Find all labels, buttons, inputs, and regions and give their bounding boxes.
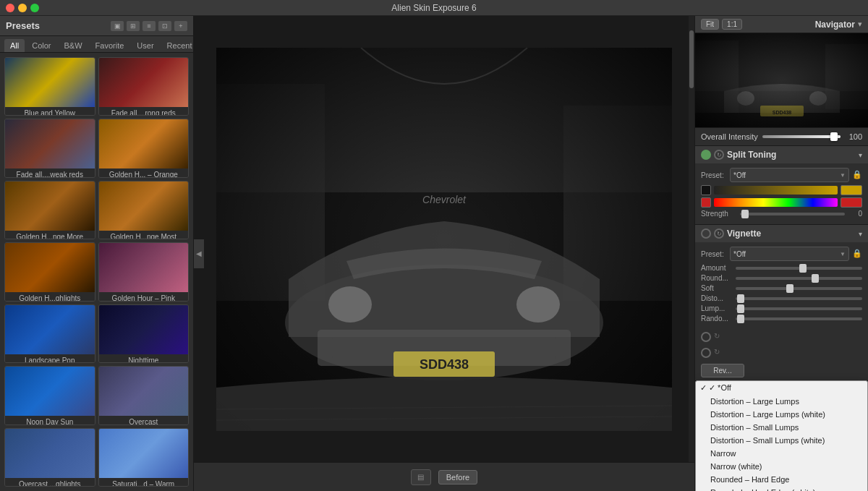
amount-track[interactable] [736, 267, 862, 270]
preset-item[interactable]: Fade all,...rong reds [98, 57, 190, 116]
vignette-dropdown-item[interactable]: Rounded – Hard Edge (white) [696, 486, 867, 491]
lump-thumb[interactable] [737, 304, 744, 313]
split-toning-collapse-icon[interactable]: ▾ [859, 151, 862, 159]
vignette-header[interactable]: ↻ Vignette ▾ [695, 225, 868, 242]
presets-title: Presets [6, 20, 40, 31]
vignette-cycle-btn[interactable]: ↻ [714, 229, 724, 239]
preset-item[interactable]: Noon Day Sun [4, 366, 95, 424]
highlight-color-value[interactable] [841, 185, 862, 195]
distortion-row: Disto... [701, 294, 862, 302]
tab-favorite[interactable]: Favorite [90, 39, 130, 52]
roundness-label: Round... [701, 274, 733, 282]
tab-color[interactable]: Color [26, 39, 56, 52]
vignette-section: ↻ Vignette ▾ Preset: *Off ▼ 🔒 ✓ *OffDist… [695, 225, 868, 381]
preset-item[interactable]: Saturati...d – Warm [98, 428, 190, 487]
close-button[interactable] [6, 4, 14, 12]
color1-gradient [714, 198, 838, 207]
lump-row: Lump... [701, 304, 862, 312]
intensity-thumb[interactable] [830, 132, 838, 141]
preset-item[interactable]: Golden H...nge More [4, 181, 95, 239]
canvas-scrollbar[interactable] [689, 16, 694, 462]
navigator-collapse-icon[interactable]: ▾ [858, 20, 862, 29]
preset-thumbnail [5, 367, 95, 416]
strength-thumb[interactable] [741, 210, 749, 218]
lump-track[interactable] [736, 307, 862, 310]
preset-item[interactable]: Golden H... – Orange [98, 119, 190, 177]
roundness-track[interactable] [736, 277, 862, 280]
vignette-lock-icon[interactable]: 🔒 [852, 249, 862, 259]
vignette-enable-circle[interactable] [701, 229, 711, 239]
split-toning-enable-circle[interactable] [701, 150, 711, 160]
color1-swatch[interactable] [701, 197, 711, 208]
zoom-1to1-button[interactable]: 1:1 [722, 19, 742, 30]
roundness-thumb[interactable] [812, 274, 819, 283]
vignette-dropdown-item[interactable]: Distortion – Large Lumps (white) [696, 408, 867, 421]
toggle-circle-2[interactable] [701, 348, 711, 358]
vignette-dropdown-menu: ✓ *OffDistortion – Large LumpsDistortion… [695, 380, 868, 491]
vignette-dropdown-item[interactable]: Rounded – Hard Edge [696, 473, 867, 486]
preset-item[interactable]: Golden H...ghlights [4, 242, 95, 301]
strength-track[interactable] [740, 213, 845, 215]
distortion-thumb[interactable] [737, 294, 744, 303]
vignette-dropdown-item[interactable]: Distortion – Small Lumps [696, 421, 867, 434]
tab-recent[interactable]: Recent [161, 39, 198, 52]
before-button[interactable]: Before [438, 470, 477, 484]
soft-track[interactable] [736, 287, 862, 290]
maximize-button[interactable] [30, 4, 39, 12]
preset-item[interactable]: Overcast [98, 366, 190, 424]
vignette-dropdown-item[interactable]: Narrow [696, 447, 867, 460]
amount-thumb[interactable] [799, 264, 807, 273]
split-toning-header[interactable]: ↻ Split Toning ▾ [695, 146, 868, 163]
random-thumb[interactable] [737, 315, 744, 323]
preset-item[interactable]: Overcast ...ghlights [4, 428, 95, 487]
reveal-button[interactable]: Rev... [701, 364, 744, 377]
strength-label: Strength [701, 210, 737, 218]
split-view-icon[interactable]: ⊡ [158, 21, 171, 31]
soft-thumb[interactable] [786, 284, 793, 293]
svg-text:SDD438: SDD438 [420, 357, 469, 372]
list-view-icon[interactable]: ≡ [142, 21, 156, 31]
add-preset-icon[interactable]: + [174, 21, 187, 31]
single-view-icon[interactable]: ▣ [111, 21, 124, 31]
preset-item[interactable]: Nighttime [98, 304, 190, 363]
strength-value: 0 [848, 210, 862, 218]
refresh-icon-2[interactable]: ↻ [714, 348, 724, 358]
color1-value[interactable] [841, 197, 862, 208]
tab-bw[interactable]: B&W [59, 39, 88, 52]
preset-item[interactable]: Blue and Yellow [4, 57, 95, 116]
split-toning-lock-icon[interactable]: 🔒 [852, 170, 862, 180]
minimize-button[interactable] [18, 4, 27, 12]
split-toning-preset-dropdown[interactable]: *Off ▼ [730, 168, 849, 182]
vignette-preset-dropdown[interactable]: *Off ▼ [730, 247, 849, 261]
intensity-slider[interactable] [762, 135, 841, 138]
preset-item[interactable]: Golden H...nge Most [98, 181, 190, 239]
color1-gradient-row [701, 197, 862, 208]
random-track[interactable] [736, 317, 862, 320]
scrollbar-thumb[interactable] [689, 30, 694, 88]
preset-thumbnail [99, 243, 189, 292]
split-toning-preset-label: Preset: [701, 171, 727, 179]
tab-user[interactable]: User [131, 39, 159, 52]
preset-label: Fade all,...weak reds [5, 168, 95, 177]
distortion-label: Disto... [701, 294, 733, 302]
vignette-dropdown-item[interactable]: ✓ *Off [696, 381, 867, 395]
toggle-circle-1[interactable] [701, 332, 711, 342]
split-toning-cycle-btn[interactable]: ↻ [714, 150, 724, 160]
preset-item[interactable]: Landscape Pop [4, 304, 95, 363]
vignette-dropdown-item[interactable]: Distortion – Large Lumps [696, 395, 867, 408]
preset-item[interactable]: Golden Hour – Pink [98, 242, 190, 301]
tab-all[interactable]: All [4, 39, 25, 52]
intensity-value: 100 [845, 132, 862, 141]
vignette-collapse-icon[interactable]: ▾ [859, 230, 862, 238]
preset-item[interactable]: Fade all,...weak reds [4, 119, 95, 177]
vignette-dropdown-item[interactable]: Distortion – Small Lumps (white) [696, 434, 867, 447]
shadow-swatch[interactable] [701, 185, 711, 195]
view-toggle-btn[interactable]: ▤ [411, 469, 431, 485]
image-toolbar: ▤ Before [194, 462, 694, 491]
zoom-fit-button[interactable]: Fit [701, 19, 719, 30]
distortion-track[interactable] [736, 297, 862, 300]
vignette-dropdown-item[interactable]: Narrow (white) [696, 460, 867, 473]
grid-view-icon[interactable]: ⊞ [127, 21, 140, 31]
preset-thumbnail [5, 243, 95, 292]
refresh-icon-1[interactable]: ↻ [714, 332, 724, 342]
